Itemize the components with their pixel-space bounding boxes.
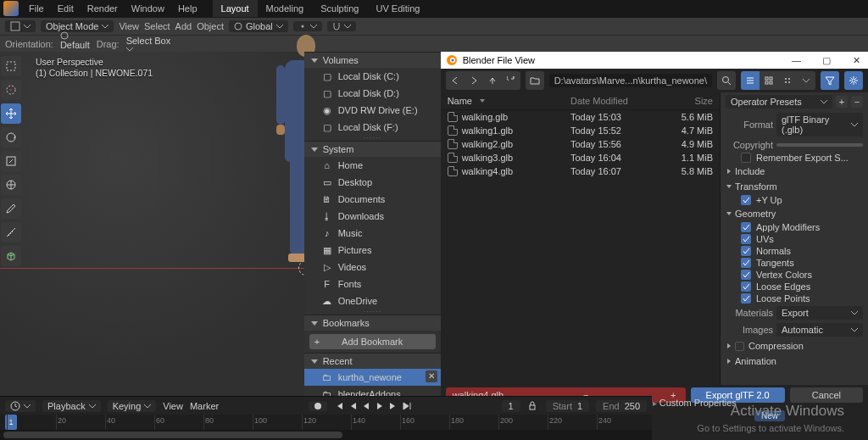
transform-section[interactable]: Transform xyxy=(721,179,868,194)
menu-window[interactable]: Window xyxy=(125,0,171,17)
tab-sculpting[interactable]: Sculpting xyxy=(312,0,367,17)
col-size[interactable]: Size xyxy=(664,96,713,106)
view-list-button[interactable] xyxy=(741,71,760,90)
system-fonts[interactable]: FFonts xyxy=(304,276,441,292)
volume-d[interactable]: ▢Local Disk (D:) xyxy=(304,85,441,102)
system-pictures[interactable]: ▦Pictures xyxy=(304,242,441,259)
recent-header[interactable]: Recent xyxy=(304,353,441,369)
rotate-tool[interactable] xyxy=(1,127,21,148)
nav-back-button[interactable] xyxy=(446,71,465,90)
loose-edges-checkbox[interactable]: Loose Edges xyxy=(721,281,868,292)
path-input[interactable]: D:\avatars\Marve...n\kurtha_newone\ xyxy=(549,74,712,87)
system-home[interactable]: ⌂Home xyxy=(304,157,441,174)
menu-select[interactable]: Select xyxy=(144,21,170,31)
new-folder-button[interactable] xyxy=(526,71,544,90)
prev-keyframe-button[interactable] xyxy=(348,401,358,411)
search-button[interactable] xyxy=(717,71,736,90)
transform-tool[interactable] xyxy=(1,175,21,195)
dialog-titlebar[interactable]: Blender File View — ▢ ✕ xyxy=(441,52,868,69)
nav-forward-button[interactable] xyxy=(465,71,483,90)
normals-checkbox[interactable]: Normals xyxy=(721,245,868,257)
preset-add-button[interactable]: + xyxy=(836,96,848,108)
next-keyframe-button[interactable] xyxy=(388,401,398,411)
view-thumb-button[interactable] xyxy=(778,71,797,90)
loose-points-checkbox[interactable]: Loose Points xyxy=(721,292,868,304)
nav-refresh-button[interactable] xyxy=(502,71,520,90)
snap-dropdown[interactable] xyxy=(327,21,356,31)
cursor-tool[interactable] xyxy=(1,80,21,100)
file-row[interactable]: walking2.glbToday 15:564.9 MiB xyxy=(441,137,720,151)
current-frame-field[interactable]: 1 xyxy=(502,400,520,412)
tab-layout[interactable]: Layout xyxy=(213,0,258,17)
filter-button[interactable] xyxy=(821,71,839,90)
tab-uv-editing[interactable]: UV Editing xyxy=(367,0,428,17)
lock-range-button[interactable] xyxy=(527,400,539,412)
apply-modifiers-checkbox[interactable]: Apply Modifiers xyxy=(721,221,868,233)
3d-viewport[interactable]: User Perspective (1) Collection | NEWONE… xyxy=(0,52,304,405)
timeline-ruler[interactable]: 1 020406080100120140160180200220240 xyxy=(0,415,652,430)
menu-render[interactable]: Render xyxy=(81,0,125,17)
add-bookmark-button[interactable]: +Add Bookmark xyxy=(309,334,436,349)
start-frame-field[interactable]: Start1 xyxy=(546,400,589,412)
play-button[interactable] xyxy=(375,401,385,411)
autokey-button[interactable] xyxy=(309,401,327,411)
cancel-button[interactable]: Cancel xyxy=(790,387,863,403)
compression-section[interactable]: Compression xyxy=(721,338,868,354)
system-music[interactable]: ♪Music xyxy=(304,225,441,242)
annotate-tool[interactable] xyxy=(1,198,21,219)
copyright-input[interactable] xyxy=(776,143,863,147)
pivot-dropdown[interactable] xyxy=(293,21,322,31)
file-row[interactable]: walking3.glbToday 16:041.1 MiB xyxy=(441,151,720,164)
system-videos[interactable]: ▷Videos xyxy=(304,259,441,276)
drag-dropdown[interactable]: Select Box xyxy=(126,36,171,53)
nav-up-button[interactable] xyxy=(483,71,502,90)
tab-modeling[interactable]: Modeling xyxy=(258,0,313,17)
timeline-scrollbar[interactable] xyxy=(0,430,652,440)
tangents-checkbox[interactable]: Tangents xyxy=(721,257,868,269)
menu-object[interactable]: Object xyxy=(197,21,224,31)
play-reverse-button[interactable] xyxy=(361,401,371,411)
images-dropdown[interactable]: Automatic xyxy=(776,323,863,337)
scrollbar-thumb[interactable] xyxy=(3,432,342,438)
include-section[interactable]: Include xyxy=(721,164,868,179)
col-name[interactable]: Name xyxy=(448,96,570,106)
system-downloads[interactable]: ⭳Downloads xyxy=(304,208,441,225)
move-tool[interactable] xyxy=(1,103,21,124)
editor-type-dropdown[interactable] xyxy=(5,20,36,32)
editor-type-dropdown-timeline[interactable] xyxy=(5,400,36,412)
keying-menu[interactable]: Keying xyxy=(108,400,157,412)
remember-export-checkbox[interactable]: Remember Export S... xyxy=(721,152,868,164)
add-cube-tool[interactable] xyxy=(1,246,21,266)
operator-presets-dropdown[interactable]: Operator Presets xyxy=(726,95,832,109)
system-documents[interactable]: 🗎Documents xyxy=(304,191,441,208)
jump-end-button[interactable] xyxy=(402,401,412,411)
recent-item-0[interactable]: 🗀kurtha_newone xyxy=(304,369,441,386)
maximize-button[interactable]: ▢ xyxy=(822,55,832,65)
timeline-view-menu[interactable]: View xyxy=(163,401,183,411)
format-dropdown[interactable]: glTF Binary (.glb) xyxy=(776,113,863,136)
view-grid-button[interactable] xyxy=(760,71,778,90)
jump-start-button[interactable] xyxy=(334,401,344,411)
menu-add[interactable]: Add xyxy=(175,21,192,31)
preset-remove-button[interactable]: − xyxy=(851,96,863,108)
end-frame-field[interactable]: End250 xyxy=(596,400,647,412)
close-button[interactable]: ✕ xyxy=(853,55,863,65)
file-row[interactable]: walking1.glbToday 15:524.7 MiB xyxy=(441,124,720,137)
select-box-tool[interactable] xyxy=(1,56,21,76)
yup-checkbox[interactable]: +Y Up xyxy=(721,194,868,206)
vertex-colors-checkbox[interactable]: Vertex Colors xyxy=(721,269,868,281)
materials-dropdown[interactable]: Export xyxy=(776,306,863,320)
file-row[interactable]: walking.glbToday 15:035.6 MiB xyxy=(441,110,720,124)
volumes-header[interactable]: Volumes xyxy=(304,52,441,68)
file-row[interactable]: walking4.glbToday 16:075.8 MiB xyxy=(441,164,720,178)
col-date[interactable]: Date Modified xyxy=(570,96,664,106)
menu-file[interactable]: File xyxy=(22,0,51,17)
uvs-checkbox[interactable]: UVs xyxy=(721,233,868,245)
transform-orientation[interactable]: Global xyxy=(229,20,288,32)
animation-section[interactable]: Animation xyxy=(721,354,868,369)
minimize-button[interactable]: — xyxy=(792,55,802,65)
geometry-section[interactable]: Geometry xyxy=(721,206,868,221)
playback-menu[interactable]: Playback xyxy=(42,400,101,412)
system-desktop[interactable]: ▭Desktop xyxy=(304,174,441,191)
volume-e[interactable]: ◉DVD RW Drive (E:) xyxy=(304,102,441,119)
